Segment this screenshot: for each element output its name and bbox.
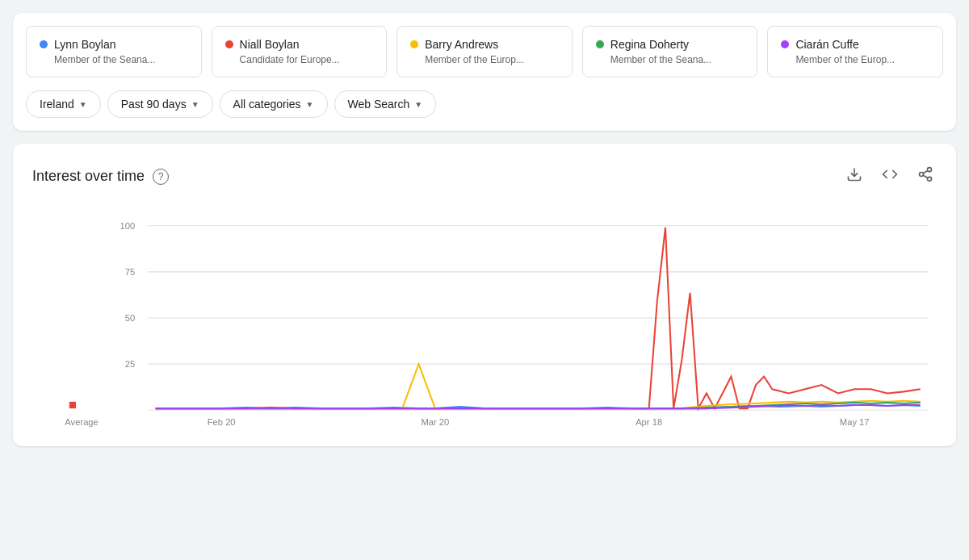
svg-text:75: 75 <box>125 267 135 277</box>
person-card-niall-boylan[interactable]: Niall BoylanCandidate for Europe... <box>212 26 388 77</box>
period-filter[interactable]: Past 90 days ▼ <box>107 90 213 118</box>
embed-button[interactable] <box>879 163 901 190</box>
person-cards: Lynn BoylanMember of the Seana...Niall B… <box>26 26 943 77</box>
person-dot <box>596 40 604 48</box>
region-label: Ireland <box>40 98 74 111</box>
help-icon[interactable]: ? <box>153 169 169 185</box>
person-card-regina-doherty[interactable]: Regina DohertyMember of the Seana... <box>582 26 758 77</box>
person-name: Niall Boylan <box>240 38 300 51</box>
chart-container: 100 75 50 25 Average Feb 20 Mar 20 Apr 1… <box>32 209 937 427</box>
person-role: Candidate for Europe... <box>225 54 374 65</box>
filters: Ireland ▼ Past 90 days ▼ All categories … <box>26 90 943 118</box>
person-name: Lynn Boylan <box>54 38 116 51</box>
chart-header: Interest over time ? <box>32 163 937 190</box>
svg-text:Average: Average <box>65 417 98 427</box>
chart-section: Interest over time ? <box>13 144 956 446</box>
person-name: Barry Andrews <box>425 38 498 51</box>
svg-line-4 <box>923 175 928 178</box>
search-type-label: Web Search <box>348 98 410 111</box>
person-card-barry-andrews[interactable]: Barry AndrewsMember of the Europ... <box>396 26 573 77</box>
chart-actions <box>843 163 937 190</box>
chart-title-group: Interest over time ? <box>32 168 169 185</box>
person-dot <box>40 40 48 48</box>
category-label: All categories <box>233 98 301 111</box>
person-role: Member of the Seana... <box>40 54 188 65</box>
period-label: Past 90 days <box>121 98 187 111</box>
svg-line-5 <box>923 170 928 173</box>
svg-text:Apr 18: Apr 18 <box>636 417 662 427</box>
chevron-down-icon: ▼ <box>414 100 422 109</box>
svg-point-1 <box>928 168 932 172</box>
search-type-filter[interactable]: Web Search ▼ <box>334 90 437 118</box>
person-card-ciaran-cuffe[interactable]: Ciarán CuffeMember of the Europ... <box>767 26 943 77</box>
svg-point-3 <box>928 177 932 181</box>
chevron-down-icon: ▼ <box>306 100 314 109</box>
svg-text:25: 25 <box>125 359 135 369</box>
chart-title: Interest over time <box>32 168 145 185</box>
svg-text:May 17: May 17 <box>840 417 870 427</box>
chart-svg: 100 75 50 25 Average Feb 20 Mar 20 Apr 1… <box>32 209 937 427</box>
svg-text:Feb 20: Feb 20 <box>208 417 236 427</box>
svg-rect-20 <box>69 402 76 408</box>
share-button[interactable] <box>914 163 937 190</box>
chevron-down-icon: ▼ <box>191 100 199 109</box>
person-role: Member of the Europ... <box>781 54 929 65</box>
svg-point-2 <box>920 173 924 177</box>
person-dot <box>225 40 233 48</box>
person-name: Ciarán Cuffe <box>795 38 858 51</box>
person-dot <box>781 40 789 48</box>
chevron-down-icon: ▼ <box>79 100 87 109</box>
person-role: Member of the Europ... <box>410 54 559 65</box>
download-button[interactable] <box>843 163 866 190</box>
svg-text:100: 100 <box>120 221 136 231</box>
category-filter[interactable]: All categories ▼ <box>220 90 328 118</box>
region-filter[interactable]: Ireland ▼ <box>26 90 101 118</box>
person-name: Regina Doherty <box>610 38 689 51</box>
person-role: Member of the Seana... <box>596 54 745 65</box>
person-card-lynn-boylan[interactable]: Lynn BoylanMember of the Seana... <box>26 26 202 77</box>
person-dot <box>410 40 418 48</box>
svg-text:50: 50 <box>125 313 135 323</box>
svg-text:Mar 20: Mar 20 <box>421 417 449 427</box>
